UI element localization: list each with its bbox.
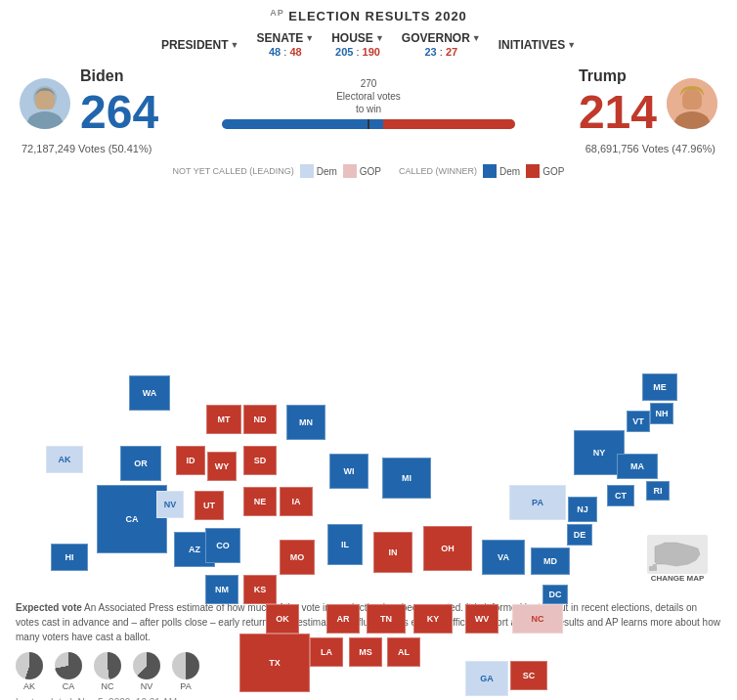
state-tile-wv[interactable]: WV <box>465 604 499 634</box>
state-tile-or[interactable]: OR <box>120 446 161 481</box>
state-tile-mo[interactable]: MO <box>280 540 315 575</box>
last-updated: Last updated: Nov 5, 2020, 10:31 AM <box>0 695 737 700</box>
state-tile-il[interactable]: IL <box>327 524 363 565</box>
state-tile-ri[interactable]: RI <box>646 481 670 501</box>
svg-rect-7 <box>682 96 702 109</box>
state-tile-vt[interactable]: VT <box>627 411 650 432</box>
nav-senate[interactable]: SENATE ▼ <box>256 31 314 45</box>
legend-rep-leading: GOP <box>343 164 381 178</box>
nav-initiatives[interactable]: INITIATIVES ▼ <box>499 31 576 58</box>
state-tile-dc[interactable]: DC <box>542 585 568 604</box>
trump-info: Trump 214 <box>579 67 657 139</box>
legend: NOT YET CALLED (LEADING) Dem GOP CALLED … <box>0 158 737 182</box>
state-tile-tx[interactable]: TX <box>239 634 310 692</box>
state-tile-pa[interactable]: PA <box>509 485 566 520</box>
chevron-down-icon: ▼ <box>231 40 239 50</box>
state-tile-al[interactable]: AL <box>387 637 420 667</box>
trump-ev: 214 <box>579 85 657 139</box>
state-tile-mi[interactable]: MI <box>382 458 431 499</box>
legend-called: CALLED (WINNER) Dem GOP <box>399 164 564 178</box>
nav-senate-group: SENATE ▼ 48 : 48 <box>256 31 314 58</box>
state-tile-in[interactable]: IN <box>373 532 412 573</box>
nav-house[interactable]: HOUSE ▼ <box>331 31 384 45</box>
state-tile-co[interactable]: CO <box>205 528 240 563</box>
pie-chart-nc <box>94 652 121 679</box>
state-tile-wy[interactable]: WY <box>207 452 237 481</box>
progress-section: 270Electoral votesto win <box>222 77 515 129</box>
biden-ev: 264 <box>80 85 158 139</box>
page-title: AP ELECTION RESULTS 2020 <box>0 8 737 23</box>
state-tile-nm[interactable]: NM <box>205 575 238 604</box>
state-tile-nd[interactable]: ND <box>243 405 277 434</box>
pie-chart-ak <box>16 652 43 679</box>
state-tile-ne[interactable]: NE <box>243 487 277 516</box>
progress-rep-bar <box>383 119 515 129</box>
nav-bar: PRESIDENT ▼ SENATE ▼ 48 : 48 HOUSE ▼ 205… <box>0 27 737 62</box>
state-tile-ut[interactable]: UT <box>195 491 224 520</box>
biden-avatar <box>20 78 70 129</box>
nav-governor[interactable]: GOVERNOR ▼ <box>402 31 481 45</box>
state-tile-oh[interactable]: OH <box>423 526 472 571</box>
header: AP ELECTION RESULTS 2020 <box>0 0 737 27</box>
state-tile-ky[interactable]: KY <box>413 604 453 634</box>
state-tile-ak[interactable]: AK <box>46 446 83 473</box>
chevron-down-icon: ▼ <box>375 33 384 43</box>
state-tile-wa[interactable]: WA <box>129 375 170 411</box>
ap-label: AP <box>270 8 284 18</box>
progress-dem-bar <box>222 119 383 129</box>
nav-governor-group: GOVERNOR ▼ 23 : 27 <box>402 31 481 58</box>
scoreboard: Biden 264 270Electoral votesto win Trump… <box>0 62 737 143</box>
svg-rect-10 <box>649 566 657 571</box>
state-tile-sd[interactable]: SD <box>243 446 277 475</box>
state-tile-la[interactable]: LA <box>310 637 343 667</box>
state-tile-ct[interactable]: CT <box>607 485 634 506</box>
legend-rep-called: GOP <box>526 164 564 178</box>
rep-called-swatch <box>526 164 540 178</box>
senate-score: 48 : 48 <box>269 46 302 58</box>
state-tile-ms[interactable]: MS <box>349 637 382 667</box>
state-map: AKHIWAORCAIDNVAZMTWYUTCONMNDSDNEKSMNIAMO… <box>26 182 711 592</box>
svg-point-1 <box>27 111 63 129</box>
state-tile-ks[interactable]: KS <box>243 575 277 604</box>
progress-marker <box>368 119 369 129</box>
state-tile-nj[interactable]: NJ <box>568 497 597 522</box>
chevron-down-icon: ▼ <box>305 33 314 43</box>
nav-president[interactable]: PRESIDENT ▼ <box>161 31 239 58</box>
state-tile-mt[interactable]: MT <box>206 405 241 434</box>
state-tile-sc[interactable]: SC <box>510 661 547 690</box>
biden-section: Biden 264 <box>20 67 158 139</box>
chevron-down-icon: ▼ <box>472 33 481 43</box>
state-tile-nh[interactable]: NH <box>650 403 673 424</box>
state-tile-mn[interactable]: MN <box>286 405 325 440</box>
state-tile-md[interactable]: MD <box>531 547 570 575</box>
state-tile-id[interactable]: ID <box>176 446 205 475</box>
electoral-label: 270Electoral votesto win <box>222 77 515 115</box>
biden-name: Biden <box>80 67 158 85</box>
state-tile-hi[interactable]: HI <box>51 544 88 571</box>
footnote-bold: Expected vote <box>16 602 82 613</box>
state-tile-va[interactable]: VA <box>482 540 525 575</box>
svg-point-4 <box>37 90 53 106</box>
state-tile-tn[interactable]: TN <box>367 604 406 634</box>
state-tile-ar[interactable]: AR <box>326 604 360 634</box>
us-mini-map-icon <box>647 535 708 574</box>
vote-totals-row: 72,187,249 Votes (50.41%) 68,691,756 Vot… <box>0 143 737 158</box>
biden-total-votes: 72,187,249 Votes (50.41%) <box>22 143 152 154</box>
trump-avatar <box>667 78 717 129</box>
state-tile-ia[interactable]: IA <box>280 487 313 516</box>
governor-score: 23 : 27 <box>424 46 457 58</box>
state-tile-me[interactable]: ME <box>642 373 677 401</box>
state-tile-nc[interactable]: NC <box>512 604 563 634</box>
legend-dem-leading: Dem <box>300 164 337 178</box>
change-map-button[interactable]: CHANGE MAP <box>647 535 708 583</box>
change-map-label: CHANGE MAP <box>651 574 705 583</box>
state-tile-ok[interactable]: OK <box>266 604 299 634</box>
state-tile-nv[interactable]: NV <box>156 491 184 518</box>
state-tile-ga[interactable]: GA <box>465 661 508 696</box>
state-tile-de[interactable]: DE <box>567 524 592 546</box>
legend-not-called: NOT YET CALLED (LEADING) Dem GOP <box>173 164 381 178</box>
legend-dem-called: Dem <box>483 164 520 178</box>
state-tile-ma[interactable]: MA <box>617 454 658 479</box>
state-tile-wi[interactable]: WI <box>329 454 368 489</box>
pie-pa: PA <box>172 652 199 691</box>
